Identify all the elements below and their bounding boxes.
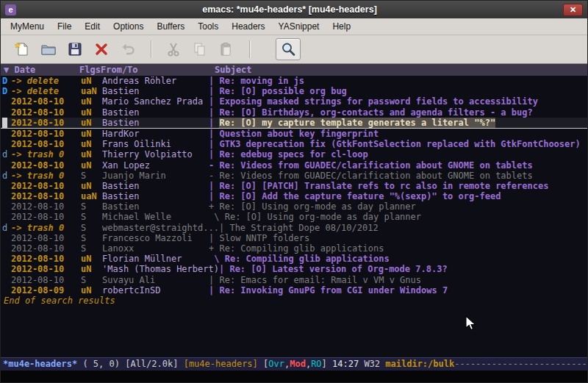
search-button[interactable] <box>276 38 301 60</box>
subject-text: Re: Emacs for email: Rmail v VM v Gnus <box>219 275 421 285</box>
message-row[interactable]: d -> trash 0 S webmaster@straightd... | … <box>1 223 587 233</box>
column-header-from[interactable]: From/To <box>101 64 207 76</box>
message-date: 2012-08-10 <box>11 264 81 274</box>
menubar: MyMenu File Edit Options Buffers Tools H… <box>1 18 587 35</box>
copy-button[interactable] <box>187 38 212 60</box>
close-icon: ✕ <box>570 6 576 14</box>
message-row[interactable]: 2012-08-10 uN Bastien | Re: [O] [PATCH] … <box>1 181 587 191</box>
window-title: emacs: *mu4e-headers* [mu4e-headers] <box>16 4 563 15</box>
mark-char: d <box>2 223 11 233</box>
mode-line[interactable]: *mu4e-headers* ( 5, 0) [All/2.0k] [mu4e-… <box>1 357 587 371</box>
message-from: Andreas Röhler <box>102 76 209 86</box>
menu-item-tools[interactable]: Tools <box>191 20 225 33</box>
kill-buffer-button[interactable] <box>89 38 114 60</box>
thread-separator: - <box>209 171 219 181</box>
save-buffer-button[interactable] <box>62 38 87 60</box>
message-subject: \ Re: [O] Using org-mode as day planner <box>209 212 587 222</box>
message-row[interactable]: D -> delete uaN Bastien | Re: [O] possib… <box>1 86 587 96</box>
modeline-segment: Mod <box>290 358 306 371</box>
message-flags: S <box>81 275 102 285</box>
message-row[interactable]: 2012-08-10 uN Bastien | Re: [O] Birthday… <box>1 107 587 118</box>
menu-item-yasnippet[interactable]: YASnippet <box>272 20 326 33</box>
message-row[interactable]: 2012-08-10 S Michael Welle \ Re: [O] Usi… <box>1 212 587 222</box>
modeline-segment: *mu4e-headers* <box>3 358 77 371</box>
message-row[interactable]: 2012-08-10 S Bastien + Re: [O] Using org… <box>1 201 587 212</box>
new-file-button[interactable] <box>10 38 35 60</box>
message-from: robertcInSD <box>102 285 209 296</box>
thread-separator: | <box>209 233 219 243</box>
message-row[interactable]: 2012-08-10 S Francesco Mazzoli | Slow NN… <box>1 233 587 243</box>
message-list: D -> delete uN Andreas Röhler | Re: movi… <box>1 76 587 296</box>
mark-char <box>2 254 11 264</box>
message-from: Bastien <box>102 201 209 212</box>
message-subject: | Re: [O] [PATCH] Translate refs to rc a… <box>209 181 587 191</box>
message-row[interactable]: 2012-08-10 S Lanoxx + Re: Compiling glib… <box>1 243 587 254</box>
message-date: -> delete <box>11 86 81 96</box>
menu-item-mymenu[interactable]: MyMenu <box>4 20 51 33</box>
message-date: 2012-08-10 <box>11 107 81 118</box>
toolbar <box>1 35 587 64</box>
message-flags: uaN <box>81 86 102 96</box>
message-date: -> delete <box>11 76 81 86</box>
message-row[interactable]: 2012-08-10 uN 'Mash (Thomas Herbert) | R… <box>1 264 587 274</box>
menu-item-help[interactable]: Help <box>326 20 357 33</box>
thread-separator: | <box>209 76 219 86</box>
message-row[interactable]: 2012-08-10 uN Frans Oilinki | GTK3 depre… <box>1 139 587 149</box>
menu-item-buffers[interactable]: Buffers <box>150 20 191 33</box>
message-row[interactable]: d -> trash 0 uN Thierry Volpiatto | Re: … <box>1 149 587 160</box>
thread-separator: | <box>209 149 219 160</box>
close-button[interactable]: ✕ <box>563 4 583 16</box>
headers-buffer: ▼ Date Flgs From/To Subject D -> delete … <box>1 64 587 357</box>
message-from: Bastien <box>102 86 209 96</box>
thread-separator: | <box>209 191 219 201</box>
message-row[interactable]: 2012-08-10 uN Mario Sanchez Prada | Expo… <box>1 96 587 107</box>
message-row[interactable]: 2012-08-10 S Suvayu Ali | Re: Emacs for … <box>1 275 587 285</box>
message-row[interactable]: 2012-08-10 uN Bastien | Re: [O] my captu… <box>1 118 587 129</box>
titlebar[interactable]: e emacs: *mu4e-headers* [mu4e-headers] ✕ <box>1 1 587 18</box>
menu-item-headers[interactable]: Headers <box>225 20 271 33</box>
message-subject: + Re: Compiling glib applications <box>209 243 587 254</box>
menu-item-file[interactable]: File <box>51 20 78 33</box>
message-flags: uN <box>81 96 102 107</box>
column-header-subject[interactable]: Subject <box>207 64 587 76</box>
message-row[interactable]: 2012-08-10 uN HardKor | Question about k… <box>1 129 587 139</box>
message-from: Michael Welle <box>102 212 209 222</box>
undo-button[interactable] <box>115 38 140 60</box>
message-subject: | Re: [O] my capture template generates … <box>209 118 587 128</box>
thread-separator: + <box>209 201 219 212</box>
subject-text: Re: edebug specs for cl-loop <box>219 149 368 160</box>
thread-separator: | <box>209 181 219 191</box>
open-file-button[interactable] <box>36 38 61 60</box>
message-from: Juanjo Marin <box>102 171 209 181</box>
message-row[interactable]: 2012-08-10 uN Florian Müllner \ Re: Comp… <box>1 254 587 264</box>
thread-separator: | <box>209 96 219 107</box>
menu-item-options[interactable]: Options <box>107 20 150 33</box>
modeline-segment: maildir:/bulk <box>385 358 454 371</box>
paste-button[interactable] <box>214 38 239 60</box>
thread-separator: | <box>209 86 219 96</box>
emacs-window: e emacs: *mu4e-headers* [mu4e-headers] ✕… <box>0 0 588 383</box>
message-subject: + Re: [O] Using org-mode as day planner <box>209 201 587 212</box>
cut-button[interactable] <box>161 38 186 60</box>
subject-text: Re: [O] Latest version of Org-mode 7.8.3… <box>229 264 447 274</box>
subject-text: Re: moving in js <box>219 76 304 86</box>
message-flags: S <box>81 212 102 222</box>
mouse-cursor <box>465 315 478 333</box>
message-date: 2012-08-09 <box>11 285 81 296</box>
modeline-segment: , <box>284 358 290 371</box>
column-header-flags[interactable]: Flgs <box>79 64 101 76</box>
message-row[interactable]: d -> trash 0 S Juanjo Marin - Re: Videos… <box>1 171 587 181</box>
subject-text: Re: [O] possible org bug <box>219 86 346 96</box>
copy-icon <box>192 41 208 57</box>
message-row[interactable]: 2012-08-10 uaN Bastien | Re: [O] Add the… <box>1 191 587 201</box>
message-date: 2012-08-10 <box>11 275 81 285</box>
message-row[interactable]: 2012-08-09 uN robertcInSD | Re: Invoking… <box>1 285 587 296</box>
menu-item-edit[interactable]: Edit <box>78 20 107 33</box>
modeline-segment: [All/2.0k] <box>125 358 183 371</box>
echo-area[interactable] <box>1 371 587 382</box>
subject-text: Slow NNTP folders <box>219 233 309 243</box>
message-row[interactable]: D -> delete uN Andreas Röhler | Re: movi… <box>1 76 587 86</box>
message-from: Suvayu Ali <box>102 275 209 285</box>
column-header-date[interactable]: ▼ Date <box>1 64 79 76</box>
message-row[interactable]: 2012-08-10 uN Xan Lopez - Re: Videos fro… <box>1 160 587 171</box>
